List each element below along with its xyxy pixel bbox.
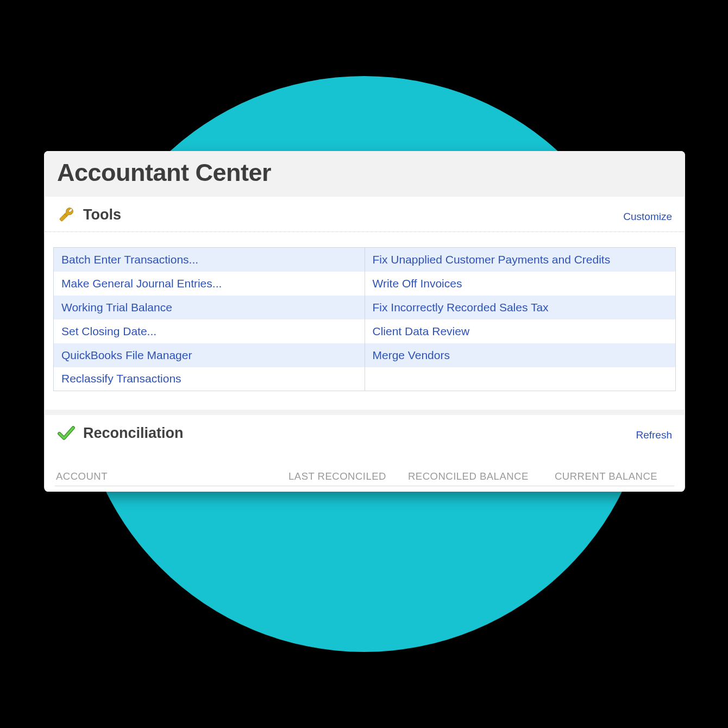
tool-fix-incorrectly-recorded-sales-tax[interactable]: Fix Incorrectly Recorded Sales Tax [365, 296, 676, 319]
tool-write-off-invoices[interactable]: Write Off Invoices [365, 272, 676, 296]
tool-empty-cell [365, 367, 676, 391]
customize-link[interactable]: Customize [623, 211, 672, 224]
tools-panel: Tools Customize Batch Enter Transactions… [45, 197, 684, 410]
svg-rect-0 [59, 214, 67, 221]
reconciliation-panel-head: Reconciliation Refresh [45, 415, 684, 450]
tool-quickbooks-file-manager[interactable]: QuickBooks File Manager [54, 343, 365, 367]
column-current-balance: CURRENT BALANCE [555, 470, 674, 482]
window-header: Accountant Center [44, 151, 685, 197]
tools-panel-body: Batch Enter Transactions... Fix Unapplie… [45, 232, 684, 410]
tools-panel-title: Tools [83, 206, 121, 223]
column-account: ACCOUNT [55, 470, 288, 482]
window-title: Accountant Center [57, 159, 672, 187]
reconciliation-panel: Reconciliation Refresh ACCOUNT LAST RECO… [45, 415, 684, 492]
column-last-reconciled: LAST RECONCILED [288, 470, 408, 482]
accountant-center-window: Accountant Center Tools Customize Batch … [44, 151, 685, 492]
tool-merge-vendors[interactable]: Merge Vendors [365, 343, 676, 367]
tool-working-trial-balance[interactable]: Working Trial Balance [54, 296, 365, 319]
tools-table: Batch Enter Transactions... Fix Unapplie… [53, 247, 676, 391]
tool-set-closing-date[interactable]: Set Closing Date... [54, 319, 365, 343]
wrench-icon [57, 205, 76, 224]
reconciliation-panel-body: ACCOUNT LAST RECONCILED RECONCILED BALAN… [45, 450, 684, 492]
reconciliation-panel-title: Reconciliation [83, 425, 184, 442]
tool-client-data-review[interactable]: Client Data Review [365, 319, 676, 343]
tool-batch-enter-transactions[interactable]: Batch Enter Transactions... [54, 248, 365, 272]
refresh-link[interactable]: Refresh [636, 429, 672, 442]
tool-fix-unapplied-customer-payments[interactable]: Fix Unapplied Customer Payments and Cred… [365, 248, 676, 272]
checkmark-icon [57, 424, 76, 442]
reconciliation-columns: ACCOUNT LAST RECONCILED RECONCILED BALAN… [55, 467, 674, 486]
tool-reclassify-transactions[interactable]: Reclassify Transactions [54, 367, 365, 391]
tool-make-general-journal-entries[interactable]: Make General Journal Entries... [54, 272, 365, 296]
tools-panel-head: Tools Customize [45, 197, 684, 232]
column-reconciled-balance: RECONCILED BALANCE [408, 470, 555, 482]
